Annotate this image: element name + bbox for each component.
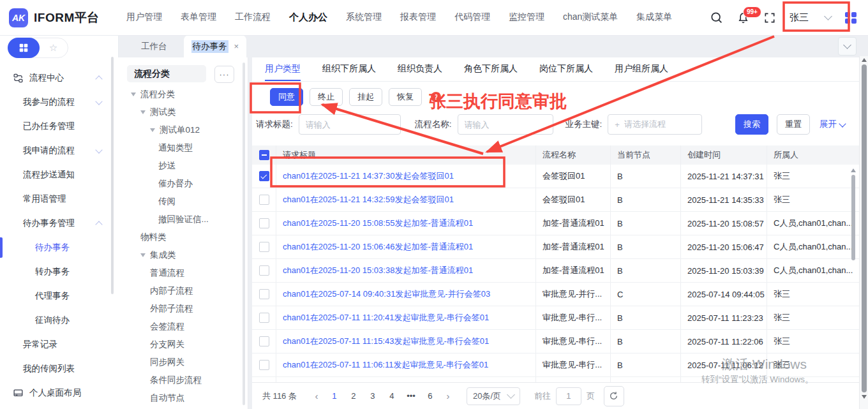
nav-item-code-mgmt[interactable]: 代码管理 (454, 9, 490, 26)
row-checkbox[interactable] (259, 218, 269, 228)
more-options-button[interactable]: ··· (214, 66, 234, 83)
tab-role-members[interactable]: 角色下所属人 (464, 57, 518, 81)
reset-button[interactable]: 重置 (777, 114, 810, 135)
expand-button[interactable]: 展开 (819, 119, 845, 130)
tree-node[interactable]: 分支网关 (118, 336, 248, 353)
prev-page-button[interactable]: ‹ (308, 390, 325, 401)
approve-button[interactable]: 同意 (270, 88, 303, 106)
sidebar-scrollbar[interactable] (111, 57, 114, 294)
nav-item-form-mgmt[interactable]: 表单管理 (181, 9, 216, 26)
tree-node[interactable]: 撤回验证信... (118, 211, 248, 228)
refresh-button[interactable] (604, 386, 624, 406)
scroll-thumb[interactable] (862, 64, 867, 392)
sidebar-item-exception-records[interactable]: 异常记录 (0, 332, 118, 357)
table-row[interactable]: chan01在2025-11-20 15:06:46发起加签-普通流程01 加签… (252, 235, 859, 259)
suspend-button[interactable]: 挂起 (349, 88, 382, 106)
tree-node[interactable]: 集成类 (118, 246, 248, 264)
sidebar-item-cc-notice[interactable]: 流程抄送通知 (0, 163, 118, 187)
tree-node[interactable]: 内部子流程 (118, 282, 248, 300)
table-row[interactable]: chan01在2025-07-11 11:20:41发起审批意见-串行会签01 … (252, 306, 859, 330)
tree-node[interactable]: 条件同步流程 (118, 371, 248, 389)
page-scrollbar[interactable] (859, 56, 868, 409)
request-title-link[interactable]: chan01在2025-11-21 14:37:30发起会签驳回01 (283, 170, 454, 182)
select-all-checkbox[interactable] (259, 150, 269, 160)
fullscreen-icon[interactable] (763, 11, 777, 25)
page-button[interactable]: 3 (363, 391, 382, 401)
page-button[interactable]: 1 (325, 391, 344, 401)
next-page-button[interactable]: › (440, 390, 456, 401)
caret-down-icon[interactable] (140, 110, 146, 114)
request-title-input[interactable] (299, 114, 401, 135)
tab-org-members[interactable]: 组织下所属人 (322, 57, 376, 81)
tree-node[interactable]: 测试单012 (118, 121, 248, 139)
sidebar-item-transferred-tasks[interactable]: 转办事务 (0, 260, 118, 284)
page-ellipsis[interactable]: ••• (401, 391, 421, 401)
tab-org-leader[interactable]: 组织负责人 (398, 57, 442, 81)
row-checkbox[interactable] (259, 242, 269, 252)
page-button[interactable]: 4 (382, 391, 401, 401)
search-icon[interactable] (709, 11, 723, 25)
sidebar-item-my-circulation[interactable]: 我的传阅列表 (0, 357, 118, 381)
table-row[interactable]: chan01在2025-07-11 11:06:11发起审批意见-串行会签01 … (252, 353, 859, 377)
tree-node[interactable]: 外部子流程 (118, 300, 248, 318)
row-checkbox[interactable] (259, 313, 269, 323)
table-row[interactable]: chan01在2025-11-21 14:32:59发起会签驳回01 会签驳回0… (252, 188, 859, 212)
caret-down-icon[interactable] (131, 93, 136, 96)
flow-name-input[interactable] (458, 114, 553, 135)
user-menu[interactable]: 张三 (789, 11, 831, 24)
nav-item-workflow[interactable]: 工作流程 (235, 9, 271, 26)
nav-item-system-mgmt[interactable]: 系统管理 (346, 9, 382, 26)
sidebar-item-todo-tasks[interactable]: 待办事务 (0, 235, 118, 260)
table-row[interactable]: chan01在2025-11-21 14:37:30发起会签驳回01 会签驳回0… (252, 165, 859, 188)
nav-item-report-mgmt[interactable]: 报表管理 (400, 9, 436, 26)
tab-workbench[interactable]: 工作台 (141, 35, 167, 57)
help-icon[interactable]: ? (431, 92, 441, 102)
tab-post-members[interactable]: 岗位下所属人 (539, 57, 593, 81)
request-title-link[interactable]: chan01在2025-11-20 15:06:46发起加签-普通流程01 (283, 241, 473, 253)
nav-item-integration-menu[interactable]: 集成菜单 (636, 9, 672, 26)
tab-overflow-button[interactable] (838, 37, 857, 56)
caret-down-icon[interactable] (140, 253, 146, 257)
sidebar-item-inquiry-todo[interactable]: 征询待办 (0, 308, 118, 332)
tree-node[interactable]: 普通流程 (118, 264, 248, 282)
row-checkbox[interactable] (259, 360, 269, 370)
sidebar-item-common-phrases[interactable]: 常用语管理 (0, 187, 118, 211)
row-checkbox[interactable] (259, 265, 269, 276)
request-title-link[interactable]: chan01在2025-07-11 11:15:43发起审批意见-串行会签01 (283, 336, 489, 347)
tree-node[interactable]: 会签流程 (118, 318, 248, 336)
request-title-link[interactable]: chan01在2025-07-11 11:20:41发起审批意见-串行会签01 (283, 312, 489, 323)
notifications-bell-icon[interactable]: 99+ (736, 11, 750, 25)
business-key-select[interactable]: + 请选择流程 (608, 114, 702, 135)
sidebar-item-proxy-tasks[interactable]: 代理事务 (0, 284, 118, 308)
sidebar-item-process-center[interactable]: 流程中心 (0, 66, 118, 90)
scroll-down-arrow[interactable] (862, 395, 867, 399)
search-button[interactable]: 搜索 (735, 114, 768, 135)
sidebar-item-my-applied[interactable]: 我申请的流程 (0, 138, 118, 163)
nav-item-user-mgmt[interactable]: 用户管理 (126, 9, 162, 26)
scroll-up-arrow[interactable] (851, 168, 856, 172)
tree-node[interactable]: 抄送 (118, 157, 248, 175)
row-checkbox[interactable] (259, 336, 269, 346)
sidebar-item-done-tasks[interactable]: 已办任务管理 (0, 114, 118, 138)
tree-node[interactable]: 测试类 (118, 103, 248, 121)
tab-todo-tasks[interactable]: 待办事务 × (184, 35, 247, 57)
goto-page-input[interactable] (556, 387, 581, 405)
resume-button[interactable]: 恢复 (389, 88, 422, 106)
table-row[interactable]: chan01在2025-07-14 09:40:31发起审批意见-并行会签03 … (252, 283, 859, 306)
tree-node[interactable]: 流程分类 (118, 86, 248, 103)
favorites-star-button[interactable]: ☆ (39, 42, 68, 54)
page-button[interactable]: 6 (421, 391, 440, 401)
table-row[interactable]: chan01在2025-11-20 15:08:55发起加签-普通流程01 加签… (252, 212, 859, 235)
grid-view-button[interactable] (8, 38, 40, 58)
page-size-select[interactable]: 20条/页 (467, 387, 520, 405)
request-title-link[interactable]: chan01在2025-11-20 15:08:55发起加签-普通流程01 (283, 218, 473, 229)
row-checkbox[interactable] (259, 289, 269, 299)
tab-group-members[interactable]: 用户组所属人 (615, 57, 668, 81)
table-row[interactable]: chan01在2025-07-11 11:15:43发起审批意见-串行会签01 … (252, 330, 859, 353)
request-title-link[interactable]: chan01在2025-11-21 14:32:59发起会签驳回01 (283, 194, 454, 205)
nav-item-personal-office[interactable]: 个人办公 (289, 9, 327, 26)
sidebar-item-todo-mgmt[interactable]: 待办事务管理 (0, 211, 118, 235)
request-title-link[interactable]: chan01在2025-11-20 15:03:38发起加签-普通流程01 (283, 265, 473, 276)
row-checkbox[interactable] (259, 195, 269, 205)
tree-node[interactable]: 传阅 (118, 193, 248, 211)
